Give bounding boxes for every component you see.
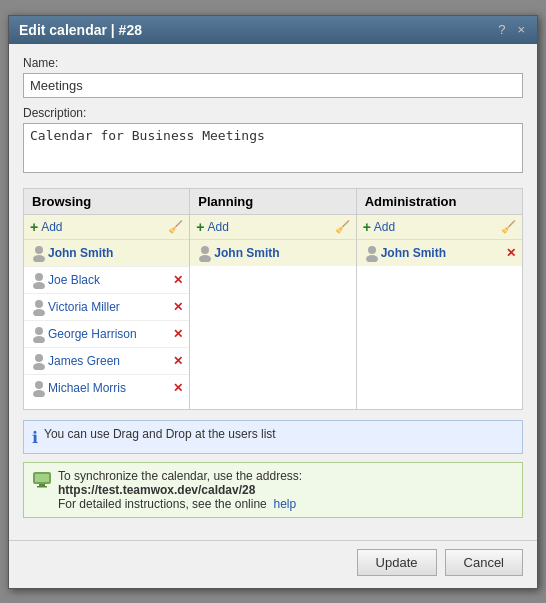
edit-calendar-dialog: Edit calendar | #28 ? × Name: Descriptio… [8,15,538,589]
planning-clear-icon[interactable]: 🧹 [335,220,350,234]
user-name[interactable]: James Green [48,354,169,368]
svg-point-6 [35,327,43,335]
user-name[interactable]: John Smith [48,246,183,260]
avatar [30,271,48,289]
svg-point-1 [33,255,45,262]
description-label: Description: [23,106,523,120]
avatar [30,352,48,370]
planning-column: Planning + Add 🧹 John Smith [190,189,356,409]
svg-point-5 [33,309,45,316]
remove-button[interactable]: ✕ [173,354,183,368]
planning-toolbar: + Add 🧹 [190,215,355,240]
svg-point-12 [201,246,209,254]
list-item: Michael Morris ✕ [24,375,189,401]
user-name[interactable]: John Smith [381,246,502,260]
svg-point-13 [199,255,211,262]
cancel-button[interactable]: Cancel [445,549,523,576]
add-icon: + [363,219,371,235]
user-name[interactable]: Joe Black [48,273,169,287]
svg-point-2 [35,273,43,281]
user-name[interactable]: John Smith [214,246,349,260]
info-icon: ℹ [32,428,38,447]
add-icon: + [30,219,38,235]
avatar [30,298,48,316]
svg-point-9 [33,363,45,370]
list-item: James Green ✕ [24,348,189,375]
header-controls: ? × [496,22,527,37]
sync-help-link[interactable]: help [273,497,296,511]
permissions-columns: Browsing + Add 🧹 John Smith [23,188,523,410]
sync-icon [32,469,52,489]
add-icon: + [196,219,204,235]
browsing-add-button[interactable]: + Add [30,219,63,235]
dialog-header: Edit calendar | #28 ? × [9,16,537,44]
svg-point-4 [35,300,43,308]
browsing-column: Browsing + Add 🧹 John Smith [24,189,190,409]
svg-point-3 [33,282,45,289]
administration-add-button[interactable]: + Add [363,219,396,235]
remove-button[interactable]: ✕ [173,381,183,395]
list-item: George Harrison ✕ [24,321,189,348]
planning-add-button[interactable]: + Add [196,219,229,235]
help-button[interactable]: ? [496,22,507,37]
dialog-body: Name: Description: Calendar for Business… [9,44,537,540]
avatar [30,244,48,262]
administration-clear-icon[interactable]: 🧹 [501,220,516,234]
svg-point-15 [366,255,378,262]
remove-button[interactable]: ✕ [173,327,183,341]
svg-point-8 [35,354,43,362]
list-item: John Smith [190,240,355,266]
update-button[interactable]: Update [357,549,437,576]
dialog-footer: Update Cancel [9,540,537,588]
browsing-header: Browsing [24,189,189,215]
svg-rect-19 [37,486,47,488]
browsing-toolbar: + Add 🧹 [24,215,189,240]
description-textarea[interactable]: Calendar for Business Meetings [23,123,523,173]
list-item: Joe Black ✕ [24,267,189,294]
name-input[interactable] [23,73,523,98]
svg-point-14 [368,246,376,254]
list-item: Victoria Miller ✕ [24,294,189,321]
svg-rect-17 [35,474,49,482]
user-name[interactable]: Victoria Miller [48,300,169,314]
user-name[interactable]: George Harrison [48,327,169,341]
drag-drop-text: You can use Drag and Drop at the users l… [44,427,276,441]
drag-drop-info: ℹ You can use Drag and Drop at the users… [23,420,523,454]
sync-suffix: For detailed instructions, see the onlin… [58,497,267,511]
name-label: Name: [23,56,523,70]
svg-point-11 [33,390,45,397]
sync-text: To synchronize the calendar, use the add… [58,469,302,511]
list-item: John Smith [24,240,189,267]
avatar [30,379,48,397]
svg-rect-18 [39,484,45,486]
avatar [196,244,214,262]
browsing-clear-icon[interactable]: 🧹 [168,220,183,234]
avatar [363,244,381,262]
planning-header: Planning [190,189,355,215]
sync-url: https://test.teamwox.dev/caldav/28 [58,483,255,497]
svg-point-7 [33,336,45,343]
dialog-title: Edit calendar | #28 [19,22,142,38]
administration-header: Administration [357,189,522,215]
administration-column: Administration + Add 🧹 John Smith ✕ [357,189,522,409]
sync-info: To synchronize the calendar, use the add… [23,462,523,518]
remove-button[interactable]: ✕ [506,246,516,260]
avatar [30,325,48,343]
remove-button[interactable]: ✕ [173,273,183,287]
sync-prefix: To synchronize the calendar, use the add… [58,469,302,483]
remove-button[interactable]: ✕ [173,300,183,314]
administration-toolbar: + Add 🧹 [357,215,522,240]
list-item: John Smith ✕ [357,240,522,266]
close-button[interactable]: × [515,22,527,37]
svg-point-0 [35,246,43,254]
user-name[interactable]: Michael Morris [48,381,169,395]
svg-point-10 [35,381,43,389]
